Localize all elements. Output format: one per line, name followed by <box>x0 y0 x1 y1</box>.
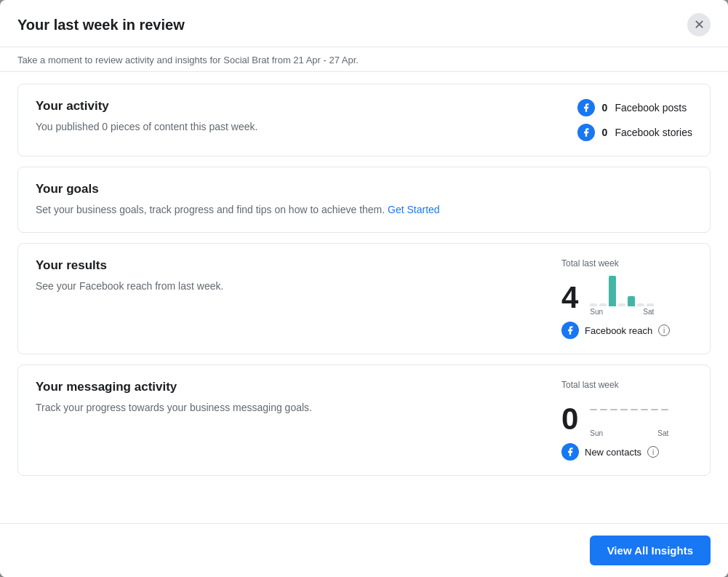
bar-0 <box>590 303 597 306</box>
bar-6 <box>647 303 654 306</box>
messaging-dashed-chart <box>590 391 668 428</box>
modal-subtitle: Take a moment to review activity and ins… <box>0 47 728 72</box>
posts-count: 0 <box>602 102 608 114</box>
messaging-chart-sun: Sun <box>590 429 603 437</box>
bar-5 <box>637 303 644 306</box>
modal-footer: View All Insights <box>0 523 728 577</box>
activity-item-posts: 0 Facebook posts <box>577 99 692 116</box>
results-left: Your results See your Facebook reach fro… <box>36 258 544 294</box>
facebook-icon-stories <box>577 124 595 141</box>
dash-0 <box>590 409 597 410</box>
results-total-label: Total last week <box>561 258 692 268</box>
dash-2 <box>610 409 617 410</box>
bar-3 <box>618 303 625 306</box>
goals-card-title: Your goals <box>36 182 692 196</box>
reach-label: Facebook reach <box>585 325 652 336</box>
results-bar-chart <box>590 270 654 306</box>
messaging-total-label: Total last week <box>561 380 692 390</box>
messaging-chart: Sun Sat <box>590 391 668 437</box>
messaging-chart-sat: Sat <box>657 429 668 437</box>
messaging-chart-labels: Sun Sat <box>590 429 668 437</box>
reach-info-icon[interactable]: i <box>658 325 670 336</box>
facebook-icon-contacts <box>561 443 579 461</box>
modal-header: Your last week in review ✕ <box>0 0 728 47</box>
results-card-title: Your results <box>36 258 544 273</box>
results-chart-sun: Sun <box>590 308 603 316</box>
activity-item-stories: 0 Facebook stories <box>577 124 692 141</box>
results-card-desc: See your Facebook reach from last week. <box>36 279 544 294</box>
view-all-insights-button[interactable]: View All Insights <box>590 536 711 565</box>
messaging-total-number: 0 <box>561 404 578 434</box>
results-card: Your results See your Facebook reach fro… <box>17 243 711 354</box>
stories-count: 0 <box>602 127 608 138</box>
close-button[interactable]: ✕ <box>687 13 711 36</box>
messaging-card-desc: Track your progress towards your busines… <box>36 400 544 415</box>
dash-1 <box>600 409 607 410</box>
facebook-icon-posts <box>577 99 595 116</box>
results-chart-sat: Sat <box>643 308 654 316</box>
close-icon: ✕ <box>694 17 705 33</box>
goals-card: Your goals Set your business goals, trac… <box>17 167 711 233</box>
bar-1 <box>599 303 607 306</box>
dash-3 <box>620 409 628 410</box>
activity-card-desc: You published 0 pieces of content this p… <box>36 119 560 135</box>
messaging-card-title: Your messaging activity <box>36 380 544 394</box>
dash-4 <box>631 409 638 410</box>
messaging-metric-row: New contacts i <box>561 443 692 461</box>
posts-label: Facebook posts <box>615 102 687 114</box>
messaging-card: Your messaging activity Track your progr… <box>17 365 711 476</box>
dash-5 <box>641 409 648 410</box>
goals-card-desc: Set your business goals, track progress … <box>36 202 692 218</box>
modal: Your last week in review ✕ Take a moment… <box>0 0 728 577</box>
contacts-label: New contacts <box>585 447 641 458</box>
messaging-left: Your messaging activity Track your progr… <box>36 380 544 415</box>
dash-6 <box>651 409 658 410</box>
activity-card-title: Your activity <box>36 99 560 114</box>
get-started-link[interactable]: Get Started <box>388 204 440 215</box>
dash-7 <box>661 409 668 410</box>
contacts-info-icon[interactable]: i <box>647 446 659 458</box>
bar-2 <box>609 276 616 306</box>
results-chart-labels: Sun Sat <box>590 308 654 316</box>
modal-title: Your last week in review <box>17 17 185 33</box>
results-total-number: 4 <box>561 282 578 313</box>
activity-left: Your activity You published 0 pieces of … <box>36 99 560 135</box>
results-chart: Sun Sat <box>590 270 654 316</box>
stories-label: Facebook stories <box>615 127 692 138</box>
results-right: Total last week 4 <box>561 258 692 339</box>
modal-overlay: Your last week in review ✕ Take a moment… <box>0 0 728 577</box>
activity-card: Your activity You published 0 pieces of … <box>17 84 711 156</box>
bar-4 <box>628 296 635 306</box>
facebook-icon-reach <box>561 322 579 339</box>
results-metric-row: Facebook reach i <box>561 322 692 339</box>
activity-right: 0 Facebook posts 0 Facebook stories <box>577 99 692 141</box>
messaging-right: Total last week 0 <box>561 380 692 461</box>
modal-body[interactable]: Your activity You published 0 pieces of … <box>0 72 728 523</box>
